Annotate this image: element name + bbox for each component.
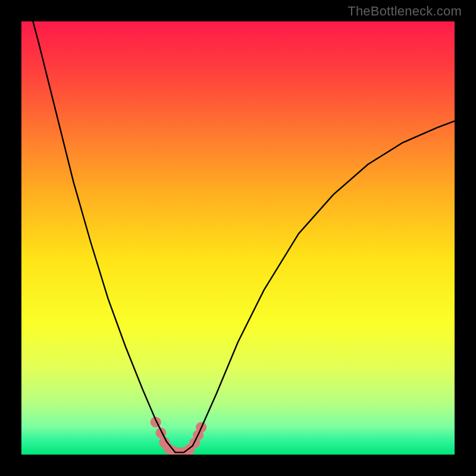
bottleneck-curve [21, 21, 455, 452]
chart-stage: TheBottleneck.com [0, 0, 476, 476]
watermark-text: TheBottleneck.com [347, 4, 462, 19]
plot-area [21, 21, 455, 455]
curve-layer [21, 21, 455, 455]
